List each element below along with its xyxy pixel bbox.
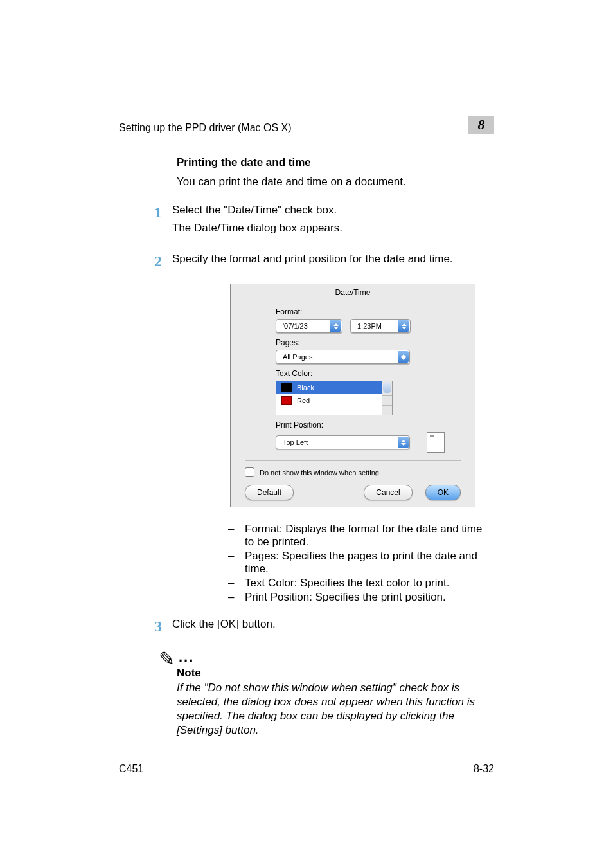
- pages-value: All Pages: [283, 353, 312, 361]
- section-title: Printing the date and time: [177, 156, 494, 169]
- list-text: Text Color: Specifies the text color to …: [245, 577, 449, 590]
- dont-show-row: Do not show this window when setting: [245, 460, 461, 477]
- section-intro: You can print the date and time on a doc…: [177, 176, 494, 188]
- step-number: 2: [154, 253, 172, 271]
- footer-page: 8-32: [474, 763, 494, 775]
- list-text: Format: Displays the format for the date…: [245, 523, 494, 548]
- color-option-black[interactable]: Black: [276, 381, 392, 394]
- figure-datetime-dialog: Date/Time Format: '07/1/23 1:23PM Pag: [230, 284, 494, 507]
- datetime-dialog: Date/Time Format: '07/1/23 1:23PM Pag: [230, 284, 475, 507]
- swatch-red: [281, 396, 292, 405]
- format-time-popup[interactable]: 1:23PM: [350, 319, 411, 333]
- button-label: Default: [257, 488, 281, 497]
- popup-arrows-icon: [330, 320, 341, 332]
- field-descriptions: –Format: Displays the format for the dat…: [228, 523, 494, 604]
- step-text: Specify the format and print position fo…: [172, 253, 494, 266]
- printpos-label: Print Position:: [276, 420, 458, 429]
- step-1: 1 Select the "Date/Time" check box. The …: [154, 204, 494, 240]
- format-date-popup[interactable]: '07/1/23: [276, 319, 342, 333]
- chapter-number-box: 8: [468, 116, 494, 134]
- color-option-red[interactable]: Red: [276, 394, 392, 407]
- format-label: Format:: [276, 307, 458, 316]
- dash-icon: –: [228, 523, 237, 548]
- page-footer: C451 8-32: [119, 759, 494, 775]
- footer-model: C451: [119, 763, 143, 775]
- step-text: The Date/Time dialog box appears.: [172, 222, 494, 235]
- format-date-value: '07/1/23: [283, 322, 308, 330]
- step-3: 3 Click the [OK] button.: [154, 618, 494, 636]
- button-label: OK: [438, 488, 449, 497]
- scroll-up-icon[interactable]: [382, 395, 392, 405]
- dash-icon: –: [228, 550, 237, 575]
- position-preview-icon: [427, 432, 445, 453]
- dont-show-label: Do not show this window when setting: [260, 469, 379, 476]
- popup-arrows-icon: [398, 351, 409, 363]
- printpos-popup[interactable]: Top Left: [276, 435, 410, 449]
- note-body: If the "Do not show this window when set…: [177, 681, 494, 737]
- list-item: –Print Position: Specifies the print pos…: [228, 591, 494, 604]
- note-label: Note: [177, 667, 494, 680]
- default-button[interactable]: Default: [245, 485, 294, 500]
- chapter-number: 8: [478, 116, 485, 133]
- step-number: 1: [154, 204, 172, 240]
- list-item: –Text Color: Specifies the text color to…: [228, 577, 494, 590]
- dash-icon: –: [228, 577, 237, 590]
- textcolor-listbox[interactable]: Black Red: [276, 381, 393, 415]
- list-item: –Format: Displays the format for the dat…: [228, 523, 494, 548]
- dont-show-checkbox[interactable]: [245, 467, 254, 477]
- dash-icon: –: [228, 591, 237, 604]
- step-text: Click the [OK] button.: [172, 618, 494, 631]
- popup-arrows-icon: [398, 437, 409, 448]
- step-number: 3: [154, 618, 172, 636]
- format-time-value: 1:23PM: [357, 322, 382, 330]
- button-label: Cancel: [376, 488, 400, 497]
- step-text: Select the "Date/Time" check box.: [172, 204, 494, 217]
- cancel-button[interactable]: Cancel: [364, 485, 412, 500]
- scroll-down-icon[interactable]: [382, 405, 392, 415]
- pencil-icon: ✎: [159, 653, 175, 665]
- listbox-scrollbar[interactable]: [382, 381, 392, 415]
- ok-button[interactable]: OK: [425, 485, 461, 500]
- printpos-value: Top Left: [283, 439, 308, 446]
- textcolor-label: Text Color:: [276, 369, 458, 378]
- running-title: Setting up the PPD driver (Mac OS X): [119, 122, 292, 134]
- list-item: –Pages: Specifies the pages to print the…: [228, 550, 494, 575]
- pages-label: Pages:: [276, 338, 458, 347]
- list-text: Pages: Specifies the pages to print the …: [245, 550, 494, 575]
- running-header: Setting up the PPD driver (Mac OS X) 8: [119, 116, 494, 138]
- step-2: 2 Specify the format and print position …: [154, 253, 494, 271]
- pages-popup[interactable]: All Pages: [276, 350, 410, 364]
- color-label: Black: [297, 384, 314, 392]
- dialog-title: Date/Time: [231, 284, 475, 302]
- ellipsis-icon: ...: [179, 649, 194, 665]
- note-icon-row: ✎ ...: [159, 649, 494, 665]
- popup-arrows-icon: [398, 320, 409, 332]
- swatch-black: [281, 383, 292, 392]
- list-text: Print Position: Specifies the print posi…: [245, 591, 446, 604]
- color-label: Red: [297, 397, 310, 404]
- scroll-thumb[interactable]: [383, 382, 391, 393]
